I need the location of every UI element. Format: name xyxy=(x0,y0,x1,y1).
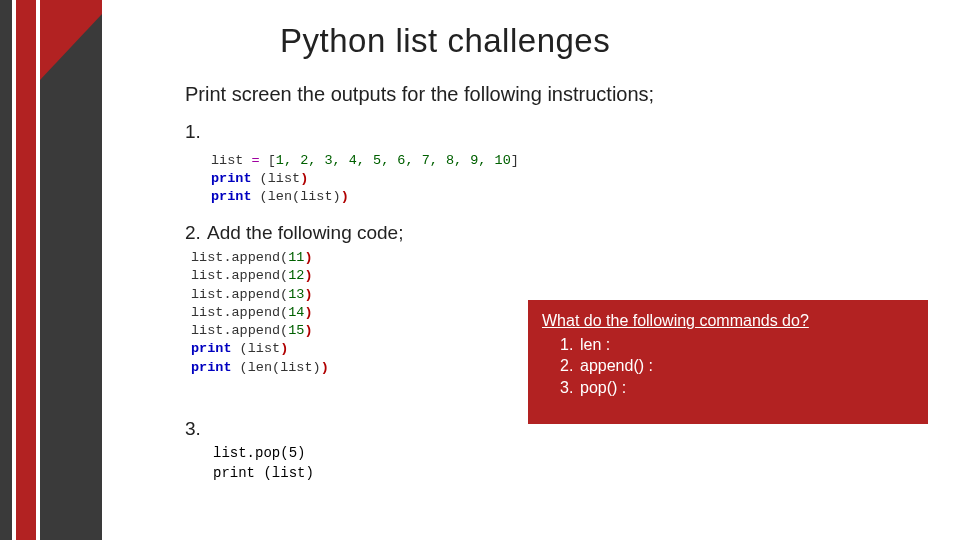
code-token: list xyxy=(280,360,312,375)
callout-item: 1.len : xyxy=(560,334,914,356)
callout-num: 3. xyxy=(560,377,580,399)
code-token: ) xyxy=(304,305,312,320)
code-token: ( xyxy=(252,189,268,204)
code-token: ) xyxy=(304,287,312,302)
intro-text: Print screen the outputs for the followi… xyxy=(185,82,925,107)
code-token: ( xyxy=(292,189,300,204)
code-token: ( xyxy=(252,171,268,186)
code-token: print xyxy=(191,360,232,375)
item-number: 1. xyxy=(185,121,207,144)
code-token: len xyxy=(248,360,272,375)
code-token: = xyxy=(252,153,260,168)
code-token: append( xyxy=(232,305,289,320)
code-token: list. xyxy=(191,287,232,302)
code-token: 15 xyxy=(288,323,304,338)
code-token: ) xyxy=(304,250,312,265)
callout-box: What do the following commands do? 1.len… xyxy=(528,300,928,424)
code-token: print xyxy=(191,341,232,356)
code-token: list. xyxy=(191,250,232,265)
code-token: list. xyxy=(213,445,255,461)
list-item-2: 2.Add the following code; xyxy=(185,222,925,245)
item-number: 3. xyxy=(185,418,207,441)
list-item-1: 1. xyxy=(185,121,925,144)
callout-num: 2. xyxy=(560,355,580,377)
code-token: append( xyxy=(232,268,289,283)
code-token: append( xyxy=(232,287,289,302)
code-token: ) xyxy=(341,189,349,204)
code-token: ( xyxy=(232,360,248,375)
code-token: ( xyxy=(272,360,280,375)
item-text: Add the following code; xyxy=(207,222,403,243)
stripe-dark-thin xyxy=(0,0,12,540)
list-item-3: 3. xyxy=(185,418,207,441)
code-token: list xyxy=(300,189,332,204)
callout-item: 3.pop() : xyxy=(560,377,914,399)
code-block-3: list.pop(5) print (list) xyxy=(213,444,314,483)
code-token: list. xyxy=(191,323,232,338)
code-token: ) xyxy=(313,360,321,375)
code-token: ) xyxy=(304,268,312,283)
code-token: ( xyxy=(232,341,248,356)
code-token: append( xyxy=(232,250,289,265)
callout-list: 1.len : 2.append() : 3.pop() : xyxy=(542,334,914,399)
code-token: ] xyxy=(511,153,519,168)
code-token: list. xyxy=(191,305,232,320)
code-token: 5 xyxy=(289,445,297,461)
stripe-red xyxy=(16,0,36,540)
code-token: list xyxy=(268,171,300,186)
code-token: print xyxy=(211,171,252,186)
code-token: 14 xyxy=(288,305,304,320)
code-token: 12 xyxy=(288,268,304,283)
code-token: len xyxy=(268,189,292,204)
code-token: 11 xyxy=(288,250,304,265)
code-token: list xyxy=(272,465,306,481)
code-token: ( xyxy=(255,465,272,481)
slide: Python list challenges Print screen the … xyxy=(0,0,960,540)
code-token: print xyxy=(213,465,255,481)
callout-num: 1. xyxy=(560,334,580,356)
callout-text: append() : xyxy=(580,357,653,374)
code-token: ) xyxy=(321,360,329,375)
code-token: list. xyxy=(191,268,232,283)
code-token: ) xyxy=(300,171,308,186)
code-token: 13 xyxy=(288,287,304,302)
slide-title: Python list challenges xyxy=(280,22,610,60)
code-token: ) xyxy=(305,465,313,481)
code-token: list xyxy=(248,341,280,356)
code-token: ) xyxy=(280,341,288,356)
code-token: print xyxy=(211,189,252,204)
callout-heading: What do the following commands do? xyxy=(542,310,914,332)
code-token: 1, 2, 3, 4, 5, 6, 7, 8, 9, 10 xyxy=(276,153,511,168)
code-block-1: list = [1, 2, 3, 4, 5, 6, 7, 8, 9, 10] p… xyxy=(211,152,925,207)
callout-text: len : xyxy=(580,336,610,353)
callout-text: pop() : xyxy=(580,379,626,396)
code-token: ) xyxy=(304,323,312,338)
callout-item: 2.append() : xyxy=(560,355,914,377)
item-number: 2. xyxy=(185,222,207,245)
stripe-dark-wide xyxy=(40,0,102,540)
code-token: list xyxy=(211,153,252,168)
code-token: pop( xyxy=(255,445,289,461)
code-token: ) xyxy=(297,445,305,461)
code-token: ) xyxy=(333,189,341,204)
code-token: append( xyxy=(232,323,289,338)
code-token: [ xyxy=(260,153,276,168)
